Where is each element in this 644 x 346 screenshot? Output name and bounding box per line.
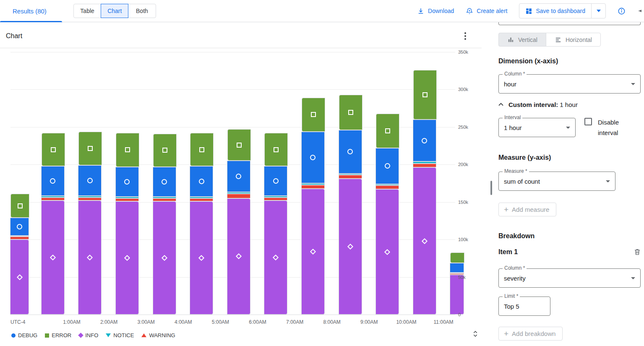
bar-segment-info[interactable] [450, 275, 464, 315]
bar-segment-info[interactable] [413, 167, 436, 315]
bar-segment-warning[interactable] [264, 198, 287, 200]
bar-segment-info[interactable] [301, 189, 325, 315]
bar-segment-error[interactable] [450, 252, 464, 263]
legend-item-info[interactable]: INFO [79, 332, 98, 338]
plus-icon: + [504, 206, 508, 213]
interval-label: Interval [503, 114, 522, 120]
bar-segment-warning[interactable] [227, 194, 250, 198]
bar-segment-error[interactable] [413, 70, 437, 120]
chart-options-menu-button[interactable] [462, 31, 469, 41]
bar-segment-error[interactable] [78, 132, 102, 165]
bar-segment-info[interactable] [41, 200, 65, 315]
notice-legend-marker-icon [106, 333, 111, 337]
stacked-bar [116, 133, 139, 315]
info-button[interactable] [618, 7, 626, 15]
disable-interval-checkbox[interactable] [584, 118, 592, 125]
bar-segment-info[interactable] [339, 179, 362, 315]
panel-resize-handle[interactable] [490, 181, 492, 195]
legend-item-warning[interactable]: WARNING [141, 332, 175, 338]
add-measure-button[interactable]: + Add measure [498, 203, 556, 216]
bar-segment-warning[interactable] [190, 198, 213, 201]
caret-down-icon [597, 10, 601, 12]
diamond-marker-icon [198, 255, 204, 261]
y-axis-tick-label: 300k [458, 86, 468, 92]
legend-item-notice[interactable]: NOTICE [106, 332, 134, 338]
view-toggle-both[interactable]: Both [128, 4, 156, 18]
bar-segment-error[interactable] [10, 194, 29, 218]
bar-segment-warning[interactable] [153, 198, 176, 201]
stacked-bar [413, 70, 437, 315]
breakdown-column-select[interactable]: Column * severity [498, 268, 641, 288]
legend-label: INFO [85, 332, 98, 338]
bar-segment-debug[interactable] [41, 166, 65, 196]
bar-segment-warning[interactable] [41, 198, 65, 200]
legend-item-debug[interactable]: DEBUG [11, 332, 37, 338]
bar-segment-debug[interactable] [339, 130, 362, 174]
bar-segment-error[interactable] [264, 133, 288, 166]
bar-segment-error[interactable] [42, 133, 65, 166]
bar-segment-error[interactable] [339, 95, 362, 130]
bar-segment-warning[interactable] [10, 237, 29, 239]
bar-segment-info[interactable] [78, 200, 102, 315]
bar-segment-debug[interactable] [264, 166, 287, 196]
bar-segment-debug[interactable] [450, 263, 464, 273]
bar-segment-debug[interactable] [413, 120, 436, 161]
custom-interval-toggle[interactable]: Custom interval: 1 hour [497, 100, 578, 109]
bar-segment-error[interactable] [227, 129, 251, 161]
custom-interval-label: Custom interval: [508, 101, 558, 108]
bar-segment-debug[interactable] [115, 167, 139, 197]
download-icon [417, 7, 425, 15]
expand-collapse-button[interactable] [472, 329, 479, 340]
create-alert-button[interactable]: Create alert [466, 7, 507, 15]
bar-segment-info[interactable] [153, 201, 176, 315]
bar-segment-info[interactable] [227, 198, 250, 315]
bar-segment-warning[interactable] [115, 198, 139, 201]
delete-breakdown-button[interactable] [634, 248, 641, 256]
bar-segment-info[interactable] [190, 201, 213, 315]
bar-segment-debug[interactable] [78, 165, 102, 196]
orientation-horizontal-button[interactable]: Horizontal [546, 33, 601, 47]
collapsed-field-partial[interactable] [498, 22, 641, 25]
bar-segment-debug[interactable] [301, 132, 325, 183]
bar-segment-debug[interactable] [10, 218, 29, 236]
bar-segment-warning[interactable] [413, 164, 436, 167]
disable-interval-label: Disable interval [598, 117, 628, 138]
add-breakdown-button[interactable]: + Add breakdown [498, 327, 563, 341]
dimension-column-select[interactable]: Column * hour [498, 74, 641, 94]
bar-segment-warning[interactable] [301, 185, 325, 189]
view-toggle-chart[interactable]: Chart [101, 4, 128, 18]
bar-segment-error[interactable] [190, 133, 214, 166]
orientation-vertical-button[interactable]: Vertical [498, 33, 546, 47]
bar-segment-error[interactable] [153, 134, 177, 167]
save-to-dashboard-button[interactable]: Save to dashboard [519, 4, 591, 18]
bar-segment-warning[interactable] [78, 198, 102, 200]
bar-segment-info[interactable] [10, 239, 29, 315]
bar-segment-info[interactable] [264, 200, 287, 315]
tab-results[interactable]: Results (80) [0, 0, 62, 22]
x-axis-tick-label: 7:00AM [286, 319, 303, 325]
clipped-edge-icon [637, 6, 641, 16]
legend-item-error[interactable]: ERROR [45, 332, 71, 338]
diamond-marker-icon [50, 255, 56, 260]
info-icon [618, 7, 626, 15]
save-options-dropdown-button[interactable] [591, 4, 605, 18]
view-toggle-table[interactable]: Table [73, 4, 101, 18]
limit-field[interactable]: Limit * Top 5 [498, 297, 550, 316]
download-button[interactable]: Download [417, 7, 454, 15]
bar-segment-error[interactable] [376, 114, 399, 148]
bar-segment-info[interactable] [375, 189, 399, 315]
bar-segment-info[interactable] [115, 201, 139, 315]
bar-segment-warning[interactable] [339, 175, 362, 179]
bar-segment-debug[interactable] [153, 167, 176, 197]
bar-segment-error[interactable] [302, 98, 325, 131]
bar-segment-warning[interactable] [375, 185, 399, 189]
download-label: Download [428, 8, 454, 14]
interval-select[interactable]: Interval 1 hour [498, 118, 576, 137]
bar-segment-debug[interactable] [375, 148, 399, 184]
bar-segment-error[interactable] [116, 133, 139, 166]
measure-select[interactable]: Measure * sum of count [498, 172, 615, 191]
breakdown-column-label: Column * [503, 265, 527, 271]
bar-segment-debug[interactable] [190, 166, 213, 197]
bar-segment-debug[interactable] [227, 161, 250, 192]
horizontal-label: Horizontal [566, 36, 592, 43]
